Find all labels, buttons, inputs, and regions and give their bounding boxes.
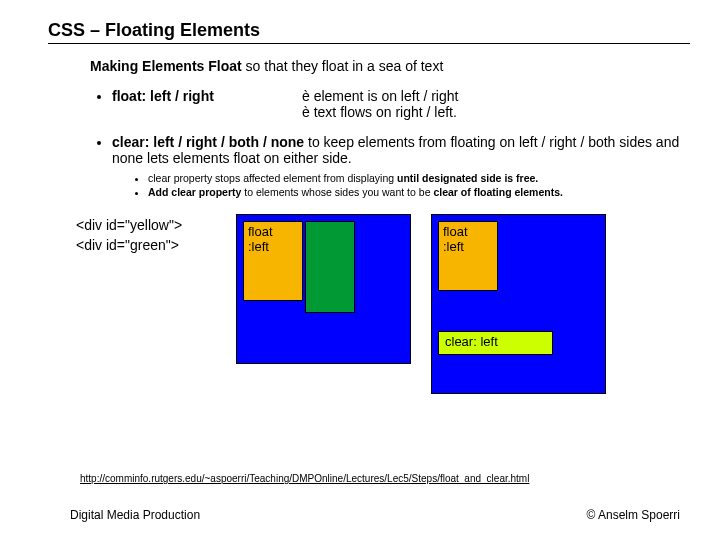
sub1a: clear property stops affected element fr…	[148, 172, 397, 184]
arrow-icon: è	[302, 88, 310, 104]
subtitle-rest: so that they float in a sea of text	[242, 58, 444, 74]
bullet-list: float: left / right è element is on left…	[90, 88, 690, 198]
float-label-2b: :left	[443, 239, 464, 254]
float-label-1a: float	[248, 224, 273, 239]
subtitle-bold: Making Elements Float	[90, 58, 242, 74]
blue-container-2: float :left clear: left	[431, 214, 606, 394]
sub2b: to elements whose sides you want to be	[241, 186, 433, 198]
float-line2: text flows on right / left.	[310, 104, 457, 120]
code-column: <div id="yellow"> <div id="green">	[76, 214, 236, 255]
green-box	[305, 221, 355, 313]
sub-list: clear property stops affected element fr…	[130, 172, 690, 198]
footer-link[interactable]: http://comminfo.rutgers.edu/~aspoerri/Te…	[80, 473, 529, 484]
float-label-2a: float	[443, 224, 468, 239]
bullet-clear: clear: left / right / both / none to kee…	[112, 134, 690, 198]
code-line-1: <div id="yellow">	[76, 216, 236, 236]
float-label-1b: :left	[248, 239, 269, 254]
blue-container-1: float :left	[236, 214, 411, 364]
code-line-2: <div id="green">	[76, 236, 236, 256]
footer-right: © Anselm Spoerri	[586, 508, 680, 522]
footer: Digital Media Production © Anselm Spoerr…	[70, 508, 680, 522]
sub2a: Add clear property	[148, 186, 241, 198]
yellow-box-1: float :left	[243, 221, 303, 301]
diagram-area: <div id="yellow"> <div id="green"> float…	[76, 214, 690, 394]
subtitle: Making Elements Float so that they float…	[90, 58, 690, 74]
bullet-float: float: left / right è element is on left…	[112, 88, 690, 120]
sub-item-1: clear property stops affected element fr…	[148, 172, 690, 184]
yellow-box-2: float :left	[438, 221, 498, 291]
sub2c: clear of floating elements.	[433, 186, 563, 198]
clear-property: clear: left / right / both / none	[112, 134, 304, 150]
clear-box: clear: left	[438, 331, 553, 355]
sub1b: until designated side is free.	[397, 172, 538, 184]
float-property: float: left / right	[112, 88, 302, 104]
float-line1: element is on left / right	[310, 88, 459, 104]
footer-left: Digital Media Production	[70, 508, 200, 522]
float-desc: è element is on left / right è text flow…	[302, 88, 458, 120]
page-title: CSS – Floating Elements	[48, 20, 690, 44]
sub-item-2: Add clear property to elements whose sid…	[148, 186, 690, 198]
arrow-icon: è	[302, 104, 310, 120]
slide: CSS – Floating Elements Making Elements …	[0, 0, 720, 540]
